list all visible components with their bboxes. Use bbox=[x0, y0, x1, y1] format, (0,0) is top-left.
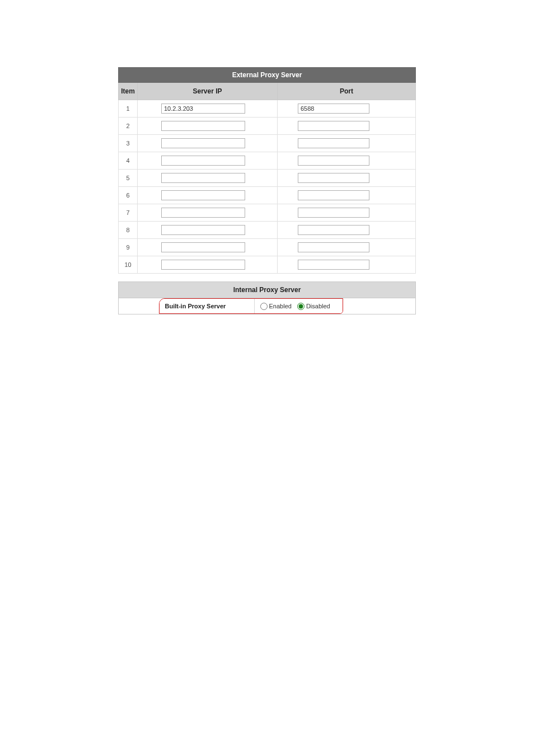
port-cell bbox=[278, 204, 416, 222]
port-input[interactable] bbox=[298, 121, 369, 131]
item-cell: 9 bbox=[119, 239, 138, 256]
external-proxy-title: External Proxy Server bbox=[119, 68, 416, 83]
col-header-item: Item bbox=[119, 83, 138, 100]
server-ip-cell bbox=[138, 152, 278, 170]
item-cell: 6 bbox=[119, 187, 138, 204]
server-ip-input[interactable] bbox=[161, 190, 245, 200]
port-input[interactable] bbox=[298, 242, 369, 252]
port-cell bbox=[278, 222, 416, 239]
radio-enabled-label: Enabled bbox=[269, 303, 292, 309]
table-row: 6 bbox=[119, 187, 416, 204]
spacer-left bbox=[119, 298, 159, 314]
item-cell: 8 bbox=[119, 222, 138, 239]
server-ip-cell bbox=[138, 187, 278, 204]
table-row: 10 bbox=[119, 256, 416, 274]
port-cell bbox=[278, 239, 416, 256]
server-ip-cell bbox=[138, 170, 278, 187]
port-cell bbox=[278, 152, 416, 170]
server-ip-cell bbox=[138, 118, 278, 135]
server-ip-input[interactable] bbox=[161, 208, 245, 218]
server-ip-input[interactable] bbox=[161, 104, 245, 114]
server-ip-cell bbox=[138, 204, 278, 222]
item-cell: 4 bbox=[119, 152, 138, 170]
table-row: 4 bbox=[119, 152, 416, 170]
port-input[interactable] bbox=[298, 208, 369, 218]
port-input[interactable] bbox=[298, 138, 369, 148]
radio-enabled[interactable] bbox=[260, 303, 268, 310]
server-ip-cell bbox=[138, 135, 278, 152]
col-header-server-ip: Server IP bbox=[138, 83, 278, 100]
port-cell bbox=[278, 118, 416, 135]
spacer-right bbox=[343, 298, 416, 314]
port-input[interactable] bbox=[298, 104, 369, 114]
table-row: 3 bbox=[119, 135, 416, 152]
table-row: 9 bbox=[119, 239, 416, 256]
built-in-proxy-options: Enabled Disabled bbox=[255, 299, 343, 313]
table-row: 8 bbox=[119, 222, 416, 239]
port-cell bbox=[278, 170, 416, 187]
server-ip-input[interactable] bbox=[161, 173, 245, 183]
server-ip-input[interactable] bbox=[161, 156, 245, 166]
external-proxy-table: External Proxy Server Item Server IP Por… bbox=[118, 67, 416, 274]
port-input[interactable] bbox=[298, 225, 369, 235]
item-cell: 2 bbox=[119, 118, 138, 135]
table-row: 1 bbox=[119, 100, 416, 118]
port-cell bbox=[278, 135, 416, 152]
server-ip-cell bbox=[138, 222, 278, 239]
server-ip-input[interactable] bbox=[161, 121, 245, 131]
radio-enabled-wrap[interactable]: Enabled bbox=[260, 303, 292, 310]
server-ip-cell bbox=[138, 239, 278, 256]
table-row: 5 bbox=[119, 170, 416, 187]
server-ip-cell bbox=[138, 100, 278, 118]
port-cell bbox=[278, 256, 416, 274]
item-cell: 1 bbox=[119, 100, 138, 118]
built-in-proxy-row: Built-in Proxy Server Enabled Disabled bbox=[159, 298, 343, 314]
port-cell bbox=[278, 100, 416, 118]
built-in-proxy-label: Built-in Proxy Server bbox=[160, 299, 255, 313]
server-ip-input[interactable] bbox=[161, 242, 245, 252]
radio-disabled-wrap[interactable]: Disabled bbox=[297, 303, 330, 310]
radio-disabled[interactable] bbox=[297, 303, 305, 310]
internal-proxy-title: Internal Proxy Server bbox=[119, 282, 416, 298]
port-input[interactable] bbox=[298, 156, 369, 166]
port-input[interactable] bbox=[298, 260, 369, 270]
col-header-port: Port bbox=[278, 83, 416, 100]
server-ip-input[interactable] bbox=[161, 260, 245, 270]
port-input[interactable] bbox=[298, 173, 369, 183]
port-cell bbox=[278, 187, 416, 204]
item-cell: 10 bbox=[119, 256, 138, 274]
table-row: 7 bbox=[119, 204, 416, 222]
radio-disabled-label: Disabled bbox=[306, 303, 330, 309]
server-ip-input[interactable] bbox=[161, 225, 245, 235]
server-ip-cell bbox=[138, 256, 278, 274]
port-input[interactable] bbox=[298, 190, 369, 200]
item-cell: 7 bbox=[119, 204, 138, 222]
internal-proxy-table: Internal Proxy Server Built-in Proxy Ser… bbox=[118, 281, 416, 314]
item-cell: 5 bbox=[119, 170, 138, 187]
server-ip-input[interactable] bbox=[161, 138, 245, 148]
item-cell: 3 bbox=[119, 135, 138, 152]
table-row: 2 bbox=[119, 118, 416, 135]
